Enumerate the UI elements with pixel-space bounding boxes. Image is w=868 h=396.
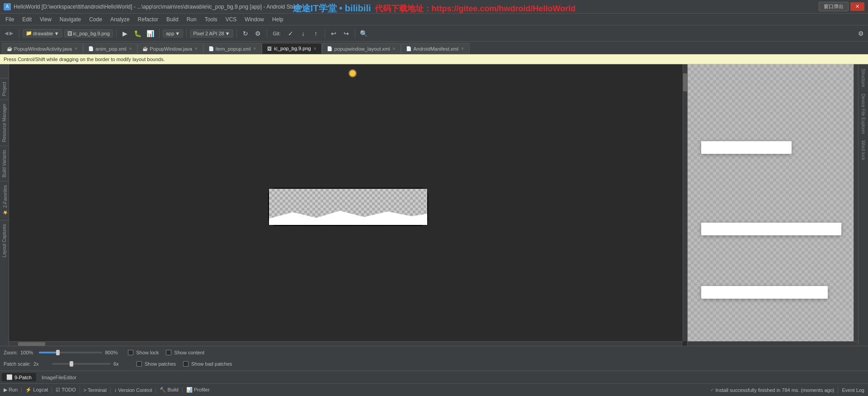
vertical-scroll-thumb[interactable] xyxy=(683,73,687,91)
status-run[interactable]: ▶ Run xyxy=(4,387,18,393)
panel-tab-layout-captures[interactable]: Layout Captures xyxy=(0,220,9,261)
menu-item-analyze[interactable]: Analyze xyxy=(107,15,133,24)
menu-item-tools[interactable]: Tools xyxy=(201,15,221,24)
tab-close-0[interactable]: × xyxy=(74,46,78,51)
chevron-down-icon: ▼ xyxy=(54,31,59,36)
search-btn[interactable]: 🔍 xyxy=(359,28,369,39)
toolbar-run-btn[interactable]: ▶ xyxy=(120,28,131,39)
zoom-slider[interactable] xyxy=(39,352,102,353)
status-profiler[interactable]: 📊 Profiler xyxy=(186,387,210,393)
status-sep-6 xyxy=(182,387,183,393)
toolbar-coverage-btn[interactable]: 📊 xyxy=(145,28,156,39)
sidebar-tab-device-files[interactable]: Device File Explorer xyxy=(860,91,867,137)
show-content-checkbox[interactable] xyxy=(166,350,171,355)
settings-btn[interactable]: ⚙ xyxy=(855,28,866,39)
menu-item-refactor[interactable]: Refactor xyxy=(134,15,162,24)
menu-bar: FileEditViewNavigateCodeAnalyzeRefactorB… xyxy=(0,14,868,25)
sync-btn[interactable]: ↻ xyxy=(240,28,251,39)
tab-close-3[interactable]: × xyxy=(252,46,257,51)
status-sep-4 xyxy=(110,387,111,393)
toolbar-file-dropdown[interactable]: 🖼 ic_pop_bg.9.png xyxy=(64,29,113,38)
tab-4[interactable]: 🖼ic_pop_bg.9.png× xyxy=(262,43,322,54)
horizontal-scroll-thumb[interactable] xyxy=(18,342,45,346)
show-lock-checkbox[interactable] xyxy=(128,350,133,355)
zoom-thumb[interactable] xyxy=(56,350,60,355)
status-sep-2 xyxy=(52,387,52,393)
x-coord: X: 81 px xyxy=(836,309,854,315)
zoom-control: Zoom: 100% 800% xyxy=(4,350,121,355)
undo-btn[interactable]: ↩ xyxy=(328,28,339,39)
panel-tab-project[interactable]: Project xyxy=(0,78,9,100)
sidebar-tab-word-lock[interactable]: Word lock xyxy=(860,138,867,163)
close-window-button[interactable]: ✕ xyxy=(850,2,864,11)
show-bad-patches-checkbox[interactable] xyxy=(183,361,189,367)
version-control-label: ↕ Version Control xyxy=(114,387,152,393)
vertical-scrollbar[interactable] xyxy=(683,64,687,341)
panel-tab-resource[interactable]: Resource Manager xyxy=(0,100,9,146)
tab-5[interactable]: 📄popupwindow_layout.xml× xyxy=(322,43,401,54)
bottom-controls-row1: Zoom: 100% 800% Show lock Show content xyxy=(0,346,868,359)
menu-item-navigate[interactable]: Navigate xyxy=(56,15,85,24)
todo-label: ☑ TODO xyxy=(56,387,75,393)
coords-display: X: 81 px Y: 0 px xyxy=(836,309,854,320)
git-commit-btn[interactable]: ✓ xyxy=(285,28,296,39)
tab-close-2[interactable]: × xyxy=(194,46,198,51)
tab-1[interactable]: 📄anim_pop.xml× xyxy=(83,43,137,54)
image-editor-label: ImageFileEditor xyxy=(42,375,76,380)
menu-item-vcs[interactable]: VCS xyxy=(222,15,241,24)
git-push-btn[interactable]: ↑ xyxy=(311,28,321,39)
right-panel-scrollbar-v[interactable] xyxy=(854,64,858,341)
preview-box-1 xyxy=(701,141,792,154)
right-panel-scrollbar-h[interactable] xyxy=(688,341,858,346)
toolbar-sep-2 xyxy=(116,29,117,38)
toolbar-device-dropdown[interactable]: Pixel 2 API 28 ▼ xyxy=(190,29,233,38)
git-update-btn[interactable]: ↓ xyxy=(298,28,309,39)
patch-scale-slider[interactable] xyxy=(52,363,111,365)
tab-3[interactable]: 📄item_popup.xml× xyxy=(203,43,262,54)
toolbar-sep-6 xyxy=(267,29,267,38)
tab-close-4[interactable]: × xyxy=(313,46,317,51)
panel-tab-build-variants[interactable]: Build Variants xyxy=(0,146,9,181)
nine-patch-container[interactable] xyxy=(269,188,428,225)
status-version-control[interactable]: ↕ Version Control xyxy=(114,387,152,393)
preview-box-2 xyxy=(701,223,841,235)
gradle-btn[interactable]: ⚙ xyxy=(253,28,264,39)
status-logcat[interactable]: ⚡ Logcat xyxy=(25,387,48,393)
menu-item-view[interactable]: View xyxy=(36,15,55,24)
show-patches-checkbox[interactable] xyxy=(137,361,142,367)
menu-item-file[interactable]: File xyxy=(2,15,18,24)
status-terminal[interactable]: > Terminal xyxy=(84,387,107,393)
tab-label-4: ic_pop_bg.9.png xyxy=(274,46,311,51)
title-bar: A HelloWorld [D:\workspace\ttit\android\… xyxy=(0,0,868,14)
toolbar-project-nav[interactable]: ◀ ▶ xyxy=(2,29,16,37)
toolbar-run-target[interactable]: app ▼ xyxy=(163,29,183,38)
title-text: HelloWorld [D:\workspace\ttit\android\He… xyxy=(14,4,302,10)
toolbar-project-dropdown[interactable]: 📁 drawable ▼ xyxy=(23,29,62,38)
patch-scale-thumb[interactable] xyxy=(70,361,73,367)
status-build[interactable]: 🔨 Build xyxy=(160,387,179,393)
left-panel-strip: Project Resource Manager Build Variants … xyxy=(0,64,9,346)
menu-item-window[interactable]: Window xyxy=(241,15,268,24)
tab-close-6[interactable]: × xyxy=(460,46,465,51)
redo-btn[interactable]: ↪ xyxy=(341,28,352,39)
tab-close-5[interactable]: × xyxy=(392,46,396,51)
menu-item-code[interactable]: Code xyxy=(85,15,106,24)
window-popup-button[interactable]: 窗口弹出 xyxy=(819,2,849,11)
menu-item-build[interactable]: Build xyxy=(163,15,182,24)
sidebar-tab-structure[interactable]: Structure xyxy=(860,66,867,90)
tab-image-file-editor[interactable]: ImageFileEditor xyxy=(37,373,81,382)
tab-0[interactable]: ☕PopupWindowActivity.java× xyxy=(2,43,83,54)
menu-item-edit[interactable]: Edit xyxy=(19,15,35,24)
menu-item-run[interactable]: Run xyxy=(183,15,200,24)
toolbar-debug-btn[interactable]: 🐛 xyxy=(132,28,143,39)
tab-6[interactable]: 📄AndroidManifest.xml× xyxy=(401,43,470,54)
tab-close-1[interactable]: × xyxy=(128,46,133,51)
right-panel: Structure Device File Explorer Word lock… xyxy=(687,64,868,346)
status-todo[interactable]: ☑ TODO xyxy=(56,387,75,393)
tab-2[interactable]: ☕PopupWindow.java× xyxy=(137,43,203,54)
panel-tab-favorites[interactable]: ★ 2-Favorites xyxy=(0,181,9,220)
tab-9-patch[interactable]: ⬜ 9-Patch xyxy=(2,373,36,382)
horizontal-scrollbar[interactable] xyxy=(9,341,683,346)
status-event-log[interactable]: Event Log xyxy=(842,387,864,393)
menu-item-help[interactable]: Help xyxy=(269,15,287,24)
